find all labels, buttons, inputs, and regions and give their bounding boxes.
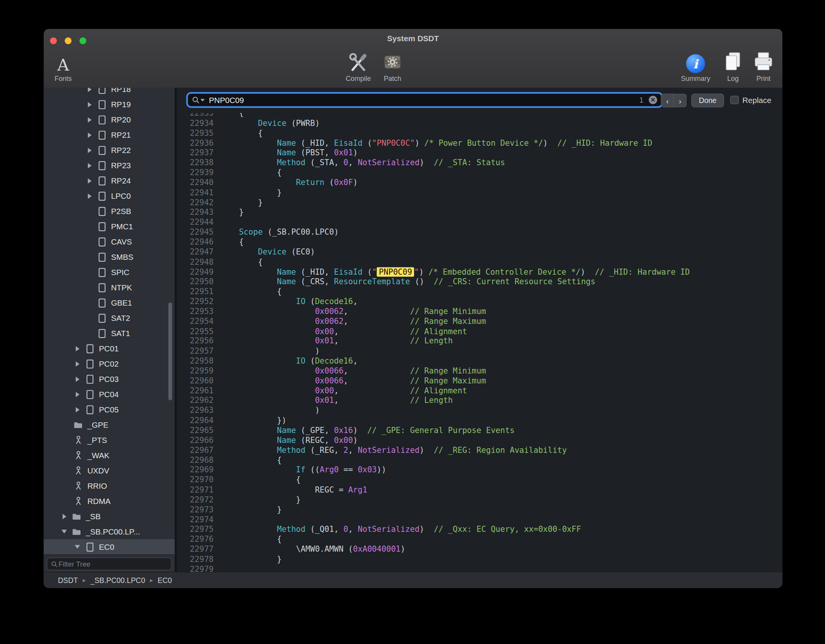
code-line: 22975 Method (_Q01, 0, NotSerialized) //… bbox=[177, 525, 782, 535]
line-number: 22952 bbox=[177, 297, 214, 307]
sidebar-item-label: UXDV bbox=[87, 466, 109, 475]
sidebar-item--wak[interactable]: _WAK bbox=[44, 448, 174, 463]
disclosure-right-icon[interactable] bbox=[74, 377, 81, 382]
breadcrumb-item[interactable]: EC0 bbox=[158, 576, 172, 584]
disclosure-right-icon[interactable] bbox=[86, 163, 93, 168]
sidebar-item-smbs[interactable]: SMBS bbox=[44, 250, 174, 265]
sidebar-item-ntpk[interactable]: NTPK bbox=[44, 280, 174, 295]
document-icon bbox=[98, 88, 106, 94]
fonts-icon: A bbox=[57, 48, 69, 73]
disclosure-right-icon[interactable] bbox=[86, 178, 93, 184]
sidebar-item-pc02[interactable]: PC02 bbox=[44, 356, 174, 371]
fonts-button[interactable]: A Fonts bbox=[40, 48, 86, 82]
sidebar-item-gbe1[interactable]: GBE1 bbox=[44, 295, 174, 311]
line-number: 22936 bbox=[177, 138, 214, 148]
sidebar-item-spic[interactable]: SPIC bbox=[44, 265, 174, 280]
code-line: 22964 }) bbox=[177, 415, 782, 425]
breadcrumb-item[interactable]: DSDT bbox=[58, 576, 78, 584]
search-field[interactable]: 1 ✕ bbox=[186, 92, 663, 108]
breadcrumb-item[interactable]: _SB.PC00.LPC0 bbox=[90, 576, 145, 584]
document-icon bbox=[98, 237, 106, 246]
sidebar-item-sat2[interactable]: SAT2 bbox=[44, 311, 174, 326]
line-number: 22969 bbox=[177, 465, 214, 475]
search-options-chevron-icon[interactable] bbox=[200, 99, 205, 101]
method-icon bbox=[75, 436, 82, 444]
line-number: 22942 bbox=[177, 198, 214, 208]
disclosure-right-icon[interactable] bbox=[74, 361, 81, 367]
sidebar-item-label: NTPK bbox=[111, 283, 132, 292]
disclosure-right-icon[interactable] bbox=[86, 88, 93, 92]
filter-field[interactable] bbox=[47, 558, 172, 570]
document-icon bbox=[86, 374, 93, 384]
disclosure-right-icon[interactable] bbox=[86, 193, 93, 199]
line-number: 22958 bbox=[177, 356, 214, 366]
sidebar-item-pc03[interactable]: PC03 bbox=[44, 371, 174, 386]
disclosure-right-icon[interactable] bbox=[74, 407, 81, 412]
next-match-button[interactable]: › bbox=[674, 93, 686, 107]
clear-search-icon[interactable]: ✕ bbox=[649, 96, 657, 104]
sidebar-item--sb-pc00-lp-[interactable]: _SB.PC00.LP... bbox=[44, 524, 174, 539]
sidebar-item--gpe[interactable]: _GPE bbox=[44, 417, 174, 432]
sidebar-item-pmc1[interactable]: PMC1 bbox=[44, 219, 174, 234]
disclosure-down-icon[interactable] bbox=[74, 545, 81, 549]
sidebar-item-uxdv[interactable]: UXDV bbox=[44, 463, 174, 478]
sidebar-item-rp18[interactable]: RP18 bbox=[44, 88, 174, 97]
code-line: 22952 IO (Decode16, bbox=[177, 297, 782, 307]
filter-search-icon bbox=[51, 560, 58, 567]
line-number: 22950 bbox=[177, 277, 214, 287]
disclosure-down-icon[interactable] bbox=[61, 530, 68, 533]
code-line: 22969 If ((Arg0 == 0x03)) bbox=[177, 465, 782, 475]
sidebar-item-sat1[interactable]: SAT1 bbox=[44, 325, 174, 341]
sidebar-item-label: PC04 bbox=[99, 390, 119, 399]
sidebar-item-rp22[interactable]: RP22 bbox=[44, 143, 174, 158]
previous-match-button[interactable]: ‹ bbox=[661, 93, 674, 107]
sidebar-item--pts[interactable]: _PTS bbox=[44, 432, 174, 448]
sidebar-item-pc04[interactable]: PC04 bbox=[44, 386, 174, 402]
sidebar-item-cavs[interactable]: CAVS bbox=[44, 234, 174, 250]
sidebar-item-label: _GPE bbox=[87, 420, 108, 429]
filter-input[interactable] bbox=[57, 559, 167, 568]
code-line: 22936 Name (_HID, EisaId ("PNP0C0C") /* … bbox=[177, 138, 782, 148]
patch-button[interactable]: Patch bbox=[370, 48, 415, 82]
line-number: 22956 bbox=[177, 336, 214, 346]
disclosure-right-icon[interactable] bbox=[86, 148, 93, 153]
sidebar-item-label: RP21 bbox=[111, 130, 131, 139]
replace-checkbox[interactable] bbox=[730, 96, 739, 104]
done-button[interactable]: Done bbox=[691, 93, 724, 107]
sidebar-item-rp20[interactable]: RP20 bbox=[44, 112, 174, 127]
search-input[interactable] bbox=[208, 95, 640, 105]
sidebar-item-rp23[interactable]: RP23 bbox=[44, 158, 174, 173]
print-button[interactable]: Print bbox=[741, 48, 786, 82]
disclosure-right-icon[interactable] bbox=[74, 392, 81, 397]
disclosure-right-icon[interactable] bbox=[86, 117, 93, 122]
sidebar-item-label: RP24 bbox=[111, 176, 131, 185]
sidebar-item-rrio[interactable]: RRIO bbox=[44, 478, 174, 493]
line-number: 22968 bbox=[177, 455, 214, 465]
sidebar-item-ec0[interactable]: EC0 bbox=[44, 539, 174, 554]
sidebar-item-rp21[interactable]: RP21 bbox=[44, 127, 174, 143]
sidebar-item-label: RP23 bbox=[111, 161, 131, 170]
replace-label: Replace bbox=[743, 95, 772, 104]
sidebar-scrollbar[interactable] bbox=[168, 303, 172, 400]
sidebar-item-lpc0[interactable]: LPC0 bbox=[44, 188, 174, 204]
line-number: 22967 bbox=[177, 445, 214, 455]
sidebar: RP18RP19RP20RP21RP22RP23RP24LPC0P2SBPMC1… bbox=[44, 88, 174, 572]
disclosure-right-icon[interactable] bbox=[86, 102, 93, 107]
sidebar-item-rdma[interactable]: RDMA bbox=[44, 493, 174, 509]
pages-icon bbox=[722, 48, 743, 73]
sidebar-item-p2sb[interactable]: P2SB bbox=[44, 204, 174, 219]
sidebar-item--sb[interactable]: _SB bbox=[44, 509, 174, 524]
titlebar: System DSDT A Fonts Compile bbox=[44, 29, 782, 89]
disclosure-right-icon[interactable] bbox=[86, 132, 93, 138]
disclosure-right-icon[interactable] bbox=[74, 346, 81, 351]
sidebar-item-pc05[interactable]: PC05 bbox=[44, 402, 174, 417]
disclosure-right-icon[interactable] bbox=[61, 514, 68, 519]
sidebar-item-pc01[interactable]: PC01 bbox=[44, 341, 174, 356]
code-area[interactable]: 22933 {22934 Device (PWRB)22935 {22936 N… bbox=[177, 113, 782, 572]
sidebar-item-rp24[interactable]: RP24 bbox=[44, 173, 174, 188]
code-line: 22976 { bbox=[177, 535, 782, 544]
sidebar-item-label: RDMA bbox=[87, 497, 111, 506]
sidebar-item-label: RP20 bbox=[111, 115, 131, 124]
sidebar-item-rp19[interactable]: RP19 bbox=[44, 97, 174, 112]
method-icon bbox=[75, 466, 82, 475]
